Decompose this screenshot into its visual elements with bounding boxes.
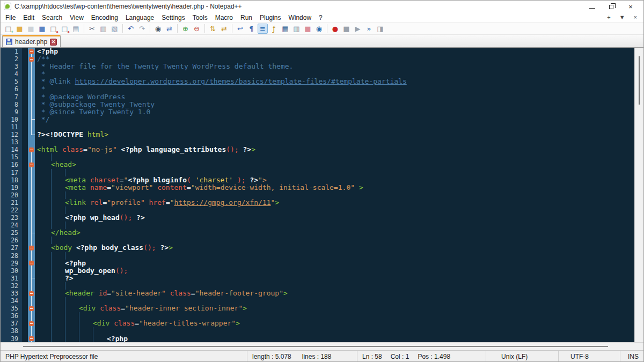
menu-macro[interactable]: Macro: [211, 13, 237, 22]
tab-list-dropdown[interactable]: ▼: [619, 14, 625, 20]
fold-collapse-icon[interactable]: [28, 260, 35, 267]
macro-stop-icon[interactable]: ■: [341, 24, 352, 34]
bookmark-margin[interactable]: [22, 55, 28, 63]
code-line[interactable]: 16<head>: [1, 161, 634, 168]
code-line[interactable]: 26: [1, 237, 634, 244]
bookmark-margin[interactable]: [22, 153, 28, 161]
menu-tools[interactable]: Tools: [189, 13, 211, 22]
bookmark-margin[interactable]: [22, 267, 28, 275]
code-line[interactable]: 9 * @since Twenty Twenty 1.0: [1, 108, 634, 116]
bookmark-margin[interactable]: [22, 327, 28, 335]
menu-edit[interactable]: Edit: [19, 13, 38, 22]
bookmark-margin[interactable]: [22, 78, 28, 85]
code-line[interactable]: 21<link rel="profile" href="https://gmpg…: [1, 199, 634, 206]
code-line[interactable]: 24: [1, 221, 634, 229]
replace-icon[interactable]: ⇄: [164, 24, 174, 34]
bookmark-margin[interactable]: [22, 206, 28, 214]
show-indent-guide-icon[interactable]: ≡: [258, 24, 268, 34]
fold-collapse-icon[interactable]: [28, 335, 35, 342]
code-line[interactable]: 29<?php: [1, 260, 634, 267]
paste-icon[interactable]: ▧: [109, 24, 120, 34]
bookmark-margin[interactable]: [22, 312, 28, 320]
code-line[interactable]: 30wp_body_open();: [1, 267, 634, 275]
code-line[interactable]: 5 * @link https://developer.wordpress.or…: [1, 78, 634, 85]
bookmark-margin[interactable]: [22, 131, 28, 138]
code-line[interactable]: 14<html class="no-js" <?php language_att…: [1, 146, 634, 153]
menu-plugins[interactable]: Plugins: [256, 13, 284, 22]
bookmark-margin[interactable]: [22, 123, 28, 131]
menu-window[interactable]: Window: [284, 13, 315, 22]
close-document-button[interactable]: ×: [634, 14, 637, 20]
bookmark-margin[interactable]: [22, 191, 28, 199]
code-line[interactable]: 20: [1, 191, 634, 199]
code-line[interactable]: 25</head>: [1, 229, 634, 237]
status-encoding[interactable]: UTF-8: [558, 351, 620, 362]
menu-file[interactable]: File: [2, 13, 19, 22]
status-eol-format[interactable]: Unix (LF): [486, 351, 558, 362]
save-file-icon[interactable]: ■: [26, 24, 36, 34]
menu-search[interactable]: Search: [38, 13, 66, 22]
bookmark-margin[interactable]: [22, 214, 28, 221]
code-line[interactable]: 4 *: [1, 70, 634, 78]
copy-icon[interactable]: ▥: [98, 24, 108, 34]
bookmark-margin[interactable]: [22, 244, 28, 252]
minimize-button[interactable]: [589, 5, 595, 9]
close-all-icon[interactable]: □●: [60, 24, 70, 34]
sync-scroll-horizontal-icon[interactable]: ⇄: [219, 24, 229, 34]
new-file-icon[interactable]: □+: [3, 24, 13, 34]
bookmark-margin[interactable]: [22, 229, 28, 237]
tab-close-icon[interactable]: ✕: [50, 39, 57, 46]
restore-button[interactable]: [609, 5, 613, 9]
menu-settings[interactable]: Settings: [158, 13, 188, 22]
bookmark-margin[interactable]: [22, 48, 28, 55]
bookmark-margin[interactable]: [22, 108, 28, 116]
bookmark-margin[interactable]: [22, 282, 28, 290]
menu-view[interactable]: View: [66, 13, 87, 22]
new-tab-button[interactable]: +: [607, 14, 610, 20]
code-line[interactable]: 19<meta name="viewport" content="width=d…: [1, 184, 634, 191]
fold-collapse-icon[interactable]: [28, 146, 35, 153]
menu-run[interactable]: Run: [237, 13, 256, 22]
code-line[interactable]: 31?>: [1, 275, 634, 282]
code-line[interactable]: 38: [1, 327, 634, 335]
cut-icon[interactable]: ✂: [87, 24, 97, 34]
function-list-icon[interactable]: ƒ: [269, 24, 279, 34]
macro-save-icon[interactable]: ◨: [375, 24, 385, 34]
code-line[interactable]: 36: [1, 312, 634, 320]
code-line[interactable]: 12?><!DOCTYPE html>: [1, 131, 634, 138]
code-line[interactable]: 2/**: [1, 55, 634, 63]
bookmark-margin[interactable]: [22, 138, 28, 146]
code-line[interactable]: 18<meta charset="<?php bloginfo( 'charse…: [1, 176, 634, 184]
bookmark-margin[interactable]: [22, 70, 28, 78]
bookmark-margin[interactable]: [22, 260, 28, 267]
print-icon[interactable]: ▤: [71, 24, 81, 34]
tab-header-php[interactable]: header.php ✕: [2, 35, 61, 47]
redo-icon[interactable]: ↷: [137, 24, 147, 34]
menu-language[interactable]: Language: [122, 13, 158, 22]
code-line[interactable]: 34: [1, 297, 634, 305]
bookmark-margin[interactable]: [22, 297, 28, 305]
bookmark-margin[interactable]: [22, 237, 28, 244]
macro-play-icon[interactable]: ▶: [353, 24, 363, 34]
bookmark-margin[interactable]: [22, 85, 28, 93]
code-line[interactable]: 13: [1, 138, 634, 146]
zoom-in-icon[interactable]: ⊕: [180, 24, 191, 34]
close-button[interactable]: ×: [627, 3, 634, 10]
fold-collapse-icon[interactable]: [28, 290, 35, 297]
close-file-icon[interactable]: □●: [48, 24, 58, 34]
bookmark-margin[interactable]: [22, 290, 28, 297]
code-line[interactable]: 1<?php: [1, 48, 634, 55]
bookmark-margin[interactable]: [22, 93, 28, 101]
code-line[interactable]: 23<?php wp_head(); ?>: [1, 214, 634, 221]
code-line[interactable]: 11: [1, 123, 634, 131]
bookmark-margin[interactable]: [22, 335, 28, 342]
find-icon[interactable]: ◉: [153, 24, 163, 34]
document-map-icon[interactable]: ▦: [280, 24, 290, 34]
bookmark-margin[interactable]: [22, 252, 28, 260]
code-line[interactable]: 6 *: [1, 85, 634, 93]
bookmark-margin[interactable]: [22, 221, 28, 229]
macro-record-icon[interactable]: ●: [330, 24, 340, 34]
fold-collapse-icon[interactable]: [28, 48, 35, 55]
word-wrap-icon[interactable]: ↩: [235, 24, 245, 34]
code-line[interactable]: 8 * @subpackage Twenty_Twenty: [1, 101, 634, 108]
